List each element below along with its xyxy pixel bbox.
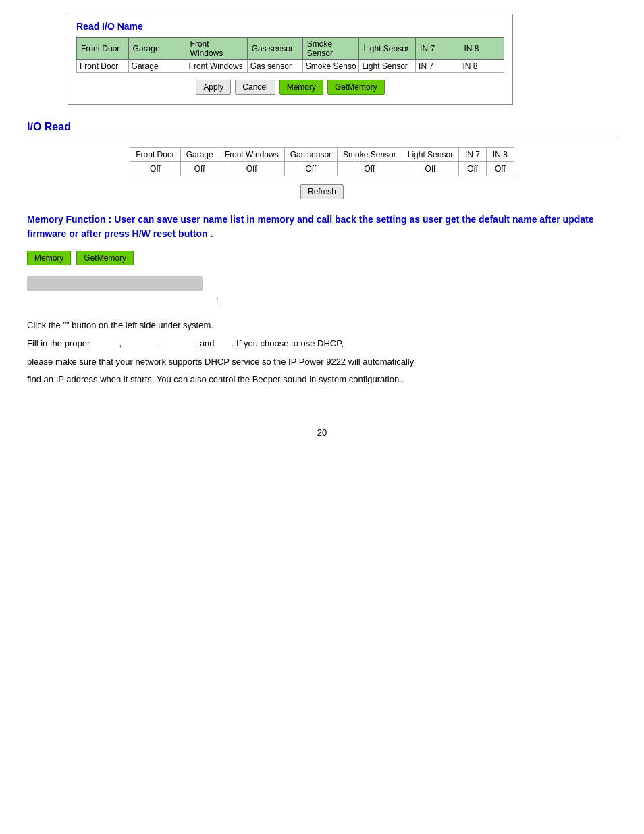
io-read-status-cell: Off (130, 162, 180, 176)
get-memory-button-main[interactable]: GetMemory (76, 251, 134, 265)
io-name-header-row: Front DoorGarageFront WindowsGas sensorS… (77, 38, 504, 60)
io-read-status-cell: Off (402, 162, 458, 176)
memory-button-top[interactable]: Memory (279, 80, 323, 95)
io-name-input[interactable] (419, 61, 456, 71)
desc-line2-item3 (161, 338, 192, 348)
memory-button-main[interactable]: Memory (27, 251, 71, 265)
memory-btn-row: Memory GetMemory (27, 251, 617, 265)
io-name-table: Front DoorGarageFront WindowsGas sensorS… (76, 37, 504, 73)
io-read-status-row: OffOffOffOffOffOffOffOff (130, 162, 514, 176)
desc-line2-item1 (92, 338, 117, 348)
io-read-status-cell: Off (180, 162, 219, 176)
get-memory-button-top[interactable]: GetMemory (327, 80, 385, 95)
desc-line1-pre: Click the " (27, 320, 66, 330)
read-io-name-title: Read I/O Name (76, 21, 504, 32)
io-name-data-cell (302, 60, 359, 73)
io-name-btn-row: Apply Cancel Memory GetMemory (76, 80, 504, 95)
io-read-status-cell: Off (284, 162, 337, 176)
io-read-header-cell: Gas sensor (284, 148, 337, 162)
io-name-input[interactable] (306, 61, 356, 71)
io-read-status-cell: Off (486, 162, 514, 176)
refresh-button[interactable]: Refresh (300, 184, 344, 199)
refresh-row: Refresh (27, 184, 617, 199)
io-read-status-cell: Off (459, 162, 487, 176)
desc-line2-and: , and (195, 338, 215, 348)
io-name-header-cell: IN 7 (416, 38, 460, 60)
memory-desc: Memory Function : User can save user nam… (27, 213, 617, 241)
colon-line: : (27, 295, 617, 305)
io-name-data-cell (186, 60, 247, 73)
desc-line2-comma2: , (156, 338, 159, 348)
io-name-data-cell (416, 60, 460, 73)
io-name-data-cell (359, 60, 416, 73)
desc-line3: please make sure that your network suppo… (27, 355, 617, 369)
io-read-title: I/O Read (27, 121, 617, 136)
io-name-header-cell: Front Windows (186, 38, 247, 60)
apply-button[interactable]: Apply (196, 80, 231, 95)
io-read-section: I/O Read Front DoorGarageFront WindowsGa… (27, 121, 617, 199)
io-name-header-cell: Smoke Sensor (302, 38, 359, 60)
io-read-header-cell: Front Door (130, 148, 180, 162)
io-name-input[interactable] (80, 61, 126, 71)
io-read-header-row: Front DoorGarageFront WindowsGas sensorS… (130, 148, 514, 162)
io-name-header-cell: Garage (128, 38, 186, 60)
page-number: 20 (27, 427, 617, 438)
io-name-data-cell (128, 60, 186, 73)
io-name-header-cell: Light Sensor (359, 38, 416, 60)
io-name-input[interactable] (132, 61, 183, 71)
desc-line2-item2 (124, 338, 153, 348)
io-read-header-cell: Smoke Sensor (338, 148, 402, 162)
io-read-header-cell: IN 7 (459, 148, 487, 162)
io-read-status-cell: Off (219, 162, 284, 176)
io-read-header-cell: Light Sensor (402, 148, 458, 162)
desc-line2-post: . If you choose to use DHCP, (232, 338, 344, 348)
io-read-table: Front DoorGarageFront WindowsGas sensorS… (130, 147, 514, 176)
io-name-data-cell (460, 60, 504, 73)
io-read-table-wrap: Front DoorGarageFront WindowsGas sensorS… (27, 147, 617, 176)
desc-line2: Fill in the proper , , , and . If you ch… (27, 337, 617, 351)
io-name-input[interactable] (463, 61, 502, 71)
desc-line1-post: " button on the left side under system. (66, 320, 213, 330)
io-name-header-cell: Gas sensor (247, 38, 302, 60)
desc-line2-pre: Fill in the proper (27, 338, 90, 348)
desc-line4: find an IP address when it starts. You c… (27, 373, 617, 387)
io-read-header-cell: Front Windows (219, 148, 284, 162)
desc-line2-comma1: , (119, 338, 122, 348)
io-name-data-cell (247, 60, 302, 73)
memory-function-description: User can save user name list in memory a… (27, 214, 593, 239)
io-read-status-cell: Off (338, 162, 402, 176)
io-read-header-cell: IN 8 (486, 148, 514, 162)
io-name-header-cell: Front Door (77, 38, 129, 60)
io-name-data-row (77, 60, 504, 73)
io-name-input[interactable] (250, 61, 300, 71)
io-read-header-cell: Garage (180, 148, 219, 162)
io-name-input[interactable] (189, 61, 244, 71)
desc-section: Click the "" button on the left side und… (27, 319, 617, 387)
memory-function-label: Memory Function : (27, 214, 111, 225)
desc-line2-item4 (217, 338, 229, 348)
cancel-button[interactable]: Cancel (235, 80, 275, 95)
desc-line1: Click the "" button on the left side und… (27, 319, 617, 333)
memory-function-section: Memory Function : User can save user nam… (27, 213, 617, 305)
io-name-header-cell: IN 8 (460, 38, 504, 60)
gray-bar (27, 276, 203, 291)
read-io-name-box: Read I/O Name Front DoorGarageFront Wind… (68, 14, 513, 105)
io-name-data-cell (77, 60, 129, 73)
io-name-input[interactable] (362, 61, 412, 71)
